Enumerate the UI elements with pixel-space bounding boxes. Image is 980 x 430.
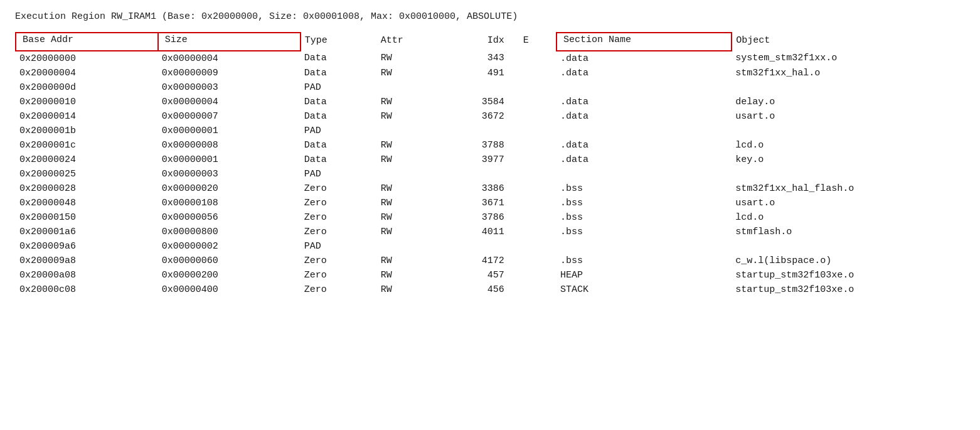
table-row: 0x200001500x00000056ZeroRW3786 .bsslcd.o (16, 210, 965, 225)
col-header-type: Type (301, 33, 377, 51)
col-header-section-name: Section Name (557, 33, 732, 51)
table-row: 0x200000280x00000020ZeroRW3386 .bssstm32… (16, 181, 965, 196)
table-row: 0x200000240x00000001DataRW3977 .datakey.… (16, 153, 965, 167)
table-row: 0x200000000x00000004DataRW343 .datasyste… (16, 51, 965, 66)
table-row: 0x2000001c0x00000008DataRW3788 .datalcd.… (16, 138, 965, 153)
table-row: 0x20000a080x00000200ZeroRW457 HEAPstartu… (16, 268, 965, 282)
col-header-size: Size (158, 33, 301, 51)
table-row: 0x200001a60x00000800ZeroRW4011 .bssstmfl… (16, 225, 965, 239)
memory-map-table: Base Addr Size Type Attr Idx E Section N… (15, 32, 965, 297)
table-row: 0x200000100x00000004DataRW3584 .datadela… (16, 95, 965, 109)
table-row: 0x2000000d0x00000003PAD (16, 80, 965, 95)
col-header-e: E (519, 33, 557, 51)
col-header-object: Object (732, 33, 965, 51)
table-row: 0x200000480x00000108ZeroRW3671 .bssusart… (16, 196, 965, 210)
table-row: 0x2000001b0x00000001PAD (16, 124, 965, 138)
table-header-row: Base Addr Size Type Attr Idx E Section N… (16, 33, 965, 51)
col-header-attr: Attr (377, 33, 443, 51)
table-row: 0x20000c080x00000400ZeroRW456 STACKstart… (16, 282, 965, 297)
execution-region-header: Execution Region RW_IRAM1 (Base: 0x20000… (15, 11, 965, 22)
table-row: 0x200000040x00000009DataRW491 .datastm32… (16, 66, 965, 80)
col-header-base-addr: Base Addr (16, 33, 158, 51)
memory-map-table-wrapper: Base Addr Size Type Attr Idx E Section N… (15, 32, 965, 297)
table-row: 0x200009a80x00000060ZeroRW4172 .bssc_w.l… (16, 254, 965, 268)
table-row: 0x200000250x00000003PAD (16, 167, 965, 181)
table-row: 0x200000140x00000007DataRW3672 .datausar… (16, 109, 965, 124)
col-header-idx: Idx (443, 33, 519, 51)
table-row: 0x200009a60x00000002PAD (16, 239, 965, 254)
